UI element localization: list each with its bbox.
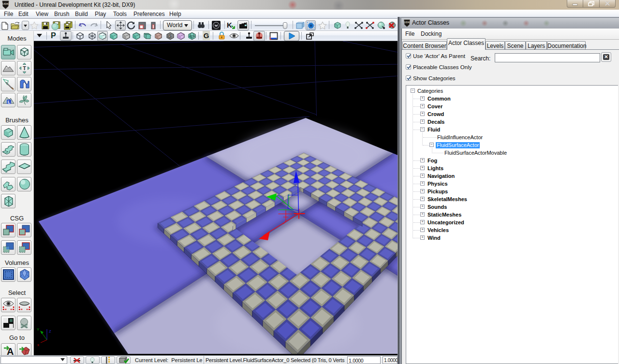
svg-text:UDK: UDK <box>404 21 410 24</box>
svg-text:Z: Z <box>49 329 51 334</box>
svg-text:T: T <box>23 65 26 71</box>
svg-text:UDK: UDK <box>2 2 9 5</box>
svg-text:x: x <box>37 343 39 347</box>
svg-text:L: L <box>8 100 11 104</box>
svg-text:S: S <box>169 34 172 38</box>
svg-text:K: K <box>227 21 232 29</box>
svg-text:Y: Y <box>37 327 40 332</box>
